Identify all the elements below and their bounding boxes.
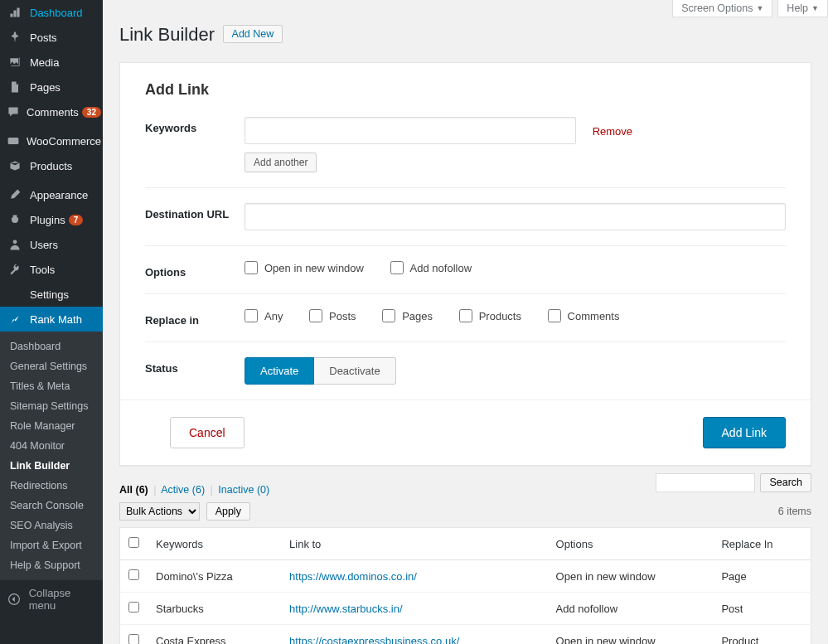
cell-keywords: Domino\'s Pizza [148,560,281,593]
col-linkto[interactable]: Link to [281,528,548,560]
keywords-label: Keywords [145,117,245,134]
add-nofollow-checkbox[interactable] [390,261,404,274]
cell-replacein: Post [713,593,811,625]
add-new-button[interactable]: Add New [223,25,283,43]
destination-url-input[interactable] [245,203,786,230]
sidebar-item-products[interactable]: Products [0,153,103,178]
help-button[interactable]: Help ▼ [777,0,828,17]
select-all-checkbox[interactable] [128,537,139,548]
submenu-sitemap-settings[interactable]: Sitemap Settings [0,396,103,416]
row-checkbox[interactable] [128,602,139,613]
sidebar-item-posts[interactable]: Posts [0,25,103,50]
sidebar-item-tools[interactable]: Tools [0,257,103,282]
submenu-redirections[interactable]: Redirections [0,476,103,496]
submenu-dashboard[interactable]: Dashboard [0,337,103,356]
cell-options: Add nofollow [548,593,714,625]
box-icon [7,159,23,172]
cell-linkto[interactable]: https://costaexpressbusiness.co.uk/ [289,635,459,645]
chart-icon [7,312,23,326]
sidebar-item-comments[interactable]: Comments32 [0,99,103,124]
item-count: 6 items [778,506,811,517]
col-keywords[interactable]: Keywords [148,528,281,560]
remove-keyword-link[interactable]: Remove [593,125,632,138]
replace-products-checkbox[interactable] [459,309,472,322]
wrench-icon [7,263,23,276]
open-new-window-option[interactable]: Open in new window [245,261,364,274]
row-checkbox[interactable] [128,634,139,644]
collapse-menu[interactable]: Collapse menu [0,580,103,618]
sidebar-item-users[interactable]: Users [0,232,103,257]
submenu-help-support[interactable]: Help & Support [0,555,103,575]
col-options[interactable]: Options [548,528,714,560]
dashboard-icon [7,6,23,19]
replace-comments-checkbox[interactable] [548,309,561,322]
keywords-input[interactable] [245,117,576,144]
col-replacein[interactable]: Replace In [713,528,811,560]
filter-active[interactable]: Active (6) [161,484,205,496]
sidebar-item-dashboard[interactable]: Dashboard [0,0,103,25]
filter-inactive[interactable]: Inactive (0) [218,484,269,496]
pin-icon [7,31,23,44]
main-content: Screen Options ▼ Help ▼ Link Builder Add… [103,0,828,644]
deactivate-button[interactable]: Deactivate [314,357,395,385]
plug-icon [7,213,23,226]
submenu-link-builder[interactable]: Link Builder [0,456,103,476]
search-input[interactable] [656,473,755,492]
replace-posts-checkbox[interactable] [309,309,322,322]
row-checkbox[interactable] [128,569,139,580]
table-row: Domino\'s Pizzahttps://www.dominos.co.in… [120,560,811,593]
cell-linkto[interactable]: https://www.dominos.co.in/ [289,570,417,583]
replace-comments-option[interactable]: Comments [548,309,620,322]
cell-linkto[interactable]: http://www.starbucks.in/ [289,603,403,615]
replace-posts-option[interactable]: Posts [309,309,356,322]
screen-options-button[interactable]: Screen Options ▼ [672,0,772,17]
cancel-button[interactable]: Cancel [170,417,245,448]
filter-all[interactable]: All (6) [119,484,148,496]
submenu-titles-meta[interactable]: Titles & Meta [0,376,103,396]
links-table: Keywords Link to Options Replace In Domi… [119,527,811,644]
sliders-icon [7,288,23,301]
replace-in-label: Replace in [145,309,245,327]
sidebar-item-plugins[interactable]: Plugins7 [0,207,103,232]
add-link-form: Add Link Keywords Remove Add another Des… [119,62,811,466]
cell-options: Open in new window [548,625,714,645]
activate-button[interactable]: Activate [245,357,314,385]
search-button[interactable]: Search [760,473,811,492]
add-another-button[interactable]: Add another [245,153,317,172]
options-label: Options [145,261,245,278]
collapse-icon [7,593,22,606]
open-new-window-checkbox[interactable] [245,261,258,274]
page-icon [7,80,23,94]
table-row: Costa Expresshttps://costaexpressbusines… [120,625,811,645]
replace-pages-option[interactable]: Pages [382,309,433,322]
submenu-role-manager[interactable]: Role Manager [0,416,103,436]
cell-keywords: Starbucks [148,593,281,625]
submenu-import-export[interactable]: Import & Export [0,535,103,555]
page-title: Link Builder [119,17,215,52]
cell-options: Open in new window [548,560,714,593]
cell-keywords: Costa Express [148,625,281,645]
replace-products-option[interactable]: Products [459,309,521,322]
submenu-general-settings[interactable]: General Settings [0,356,103,376]
sidebar-item-pages[interactable]: Pages [0,75,103,99]
submenu-seo-analysis[interactable]: SEO Analysis [0,516,103,535]
replace-any-option[interactable]: Any [245,309,283,322]
sidebar-item-settings[interactable]: Settings [0,282,103,307]
svg-rect-0 [8,138,19,144]
apply-button[interactable]: Apply [206,502,250,521]
sidebar-item-appearance[interactable]: Appearance [0,182,103,207]
form-title: Add Link [145,81,786,99]
sidebar-item-woocommerce[interactable]: WooCommerce [0,128,103,153]
status-filters: All (6) | Active (6) | Inactive (0) [119,484,269,496]
add-nofollow-option[interactable]: Add nofollow [390,261,472,274]
replace-pages-checkbox[interactable] [382,309,395,322]
bulk-actions-select[interactable]: Bulk Actions [119,502,200,521]
media-icon [7,56,23,69]
replace-any-checkbox[interactable] [245,309,258,322]
sidebar-item-media[interactable]: Media [0,50,103,75]
cell-replacein: Product [713,625,811,645]
sidebar-item-rank-math[interactable]: Rank Math [0,307,103,332]
add-link-button[interactable]: Add Link [703,417,786,448]
submenu--monitor[interactable]: 404 Monitor [0,436,103,456]
submenu-search-console[interactable]: Search Console [0,496,103,516]
